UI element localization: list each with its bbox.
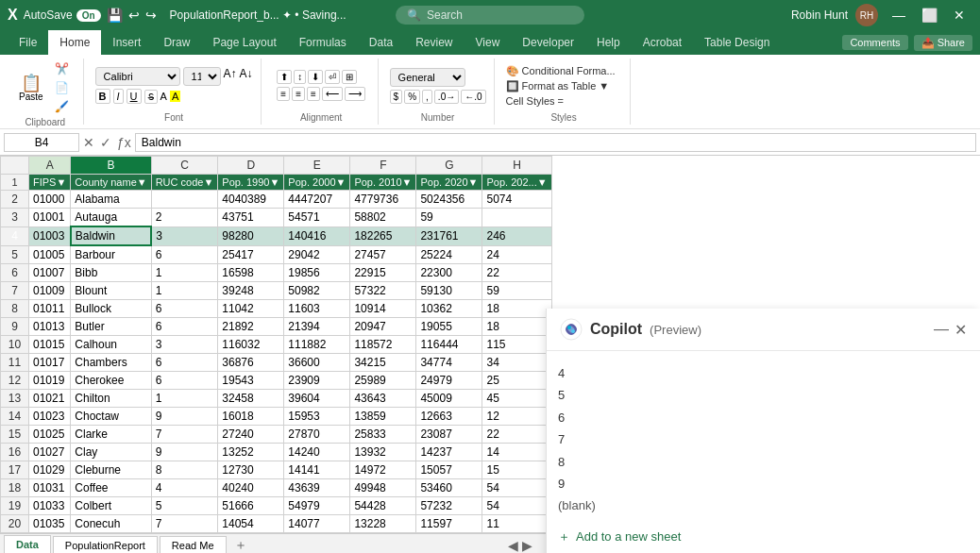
cell-C14[interactable]: 9 [151,408,218,426]
col-ruc-header[interactable]: RUC code▼ [151,175,218,191]
col-header-D[interactable]: D [218,157,284,175]
cell-D10[interactable]: 116032 [218,336,284,354]
cell-D13[interactable]: 32458 [218,390,284,408]
tab-file[interactable]: File [8,30,48,55]
cell-E21[interactable]: 11842 [284,533,350,534]
align-bottom-button[interactable]: ⬇ [308,70,323,84]
cell-G11[interactable]: 34774 [416,354,482,372]
copilot-minimize-button[interactable]: — [934,321,949,339]
format-painter-button[interactable]: 🖌️ [49,98,76,115]
cell-D11[interactable]: 36876 [218,354,284,372]
cell-E12[interactable]: 23909 [284,372,350,390]
cell-D9[interactable]: 21892 [218,318,284,336]
cell-C13[interactable]: 1 [151,390,218,408]
cell-D17[interactable]: 12730 [218,461,284,479]
font-family-select[interactable]: Calibri [95,67,180,86]
font-color-icon[interactable]: A [161,91,167,102]
cell-D19[interactable]: 51666 [218,497,284,515]
cell-B11[interactable]: Chambers [71,354,151,372]
cell-A19[interactable]: 01033 [29,497,71,515]
cell-D20[interactable]: 14054 [218,515,284,533]
cell-A20[interactable]: 01035 [29,515,71,533]
tab-draw[interactable]: Draw [152,30,201,55]
cell-C7[interactable]: 1 [151,282,218,300]
copy-button[interactable]: 📄 [49,79,76,96]
cell-H19[interactable]: 54 [482,497,551,515]
cell-F11[interactable]: 34215 [350,354,416,372]
cell-B14[interactable]: Choctaw [71,408,151,426]
cell-H14[interactable]: 12 [482,408,551,426]
indent-less-button[interactable]: ⟵ [322,87,343,101]
cell-H18[interactable]: 54 [482,479,551,497]
cell-H17[interactable]: 15 [482,461,551,479]
cell-H3[interactable] [482,209,551,227]
cell-A10[interactable]: 01015 [29,336,71,354]
cell-H21[interactable]: 10 [482,533,551,534]
cell-A6[interactable]: 01007 [29,264,71,282]
cell-B5[interactable]: Barbour [71,245,151,264]
cell-H5[interactable]: 24 [482,245,551,264]
close-button[interactable]: ✕ [946,2,972,28]
sheet-tab-population-report[interactable]: PopulationReport [53,536,158,553]
cell-H6[interactable]: 22 [482,264,551,282]
cut-button[interactable]: ✂️ [49,60,76,77]
confirm-formula-icon[interactable]: ✓ [100,135,111,150]
cell-G12[interactable]: 24979 [416,372,482,390]
cell-D16[interactable]: 13252 [218,444,284,461]
cell-B20[interactable]: Conecuh [71,515,151,533]
cell-E7[interactable]: 50982 [284,282,350,300]
cell-E15[interactable]: 27870 [284,426,350,444]
col-pop1990-header[interactable]: Pop. 1990▼ [218,175,284,191]
cell-G5[interactable]: 25224 [416,245,482,264]
cell-G17[interactable]: 15057 [416,461,482,479]
cell-H15[interactable]: 22 [482,426,551,444]
cell-F10[interactable]: 118572 [350,336,416,354]
cell-C3[interactable]: 2 [151,209,218,227]
col-header-G[interactable]: G [416,157,482,175]
cell-H20[interactable]: 11 [482,515,551,533]
col-pop2022-header[interactable]: Pop. 202...▼ [482,175,551,191]
cell-G13[interactable]: 45009 [416,390,482,408]
col-header-C[interactable]: C [151,157,218,175]
tab-page-layout[interactable]: Page Layout [201,30,287,55]
cell-A15[interactable]: 01025 [29,426,71,444]
cell-A2[interactable]: 01000 [29,191,71,209]
cell-B17[interactable]: Cleburne [71,461,151,479]
cell-H2[interactable]: 5074 [482,191,551,209]
cell-C21[interactable]: 8 [151,533,218,534]
decrease-decimal-button[interactable]: ←.0 [461,90,485,104]
cell-A21[interactable]: 01037 [29,533,71,534]
cell-G4[interactable]: 231761 [416,226,482,245]
cell-C18[interactable]: 4 [151,479,218,497]
cell-E20[interactable]: 14077 [284,515,350,533]
decrease-font-icon[interactable]: A↓ [240,67,253,86]
cell-A13[interactable]: 01021 [29,390,71,408]
cell-B12[interactable]: Cherokee [71,372,151,390]
cell-F5[interactable]: 27457 [350,245,416,264]
cell-H4[interactable]: 246 [482,226,551,245]
cell-B9[interactable]: Butler [71,318,151,336]
cell-A17[interactable]: 01029 [29,461,71,479]
cell-D21[interactable]: 11063 [218,533,284,534]
cell-H8[interactable]: 18 [482,300,551,318]
cell-E16[interactable]: 14240 [284,444,350,461]
cell-G19[interactable]: 57232 [416,497,482,515]
cell-E2[interactable]: 4447207 [284,191,350,209]
cell-C17[interactable]: 8 [151,461,218,479]
align-center-button[interactable]: ≡ [292,87,305,101]
cell-D5[interactable]: 25417 [218,245,284,264]
cell-A5[interactable]: 01005 [29,245,71,264]
cell-A16[interactable]: 01027 [29,444,71,461]
insert-function-icon[interactable]: ƒx [117,135,131,150]
cell-reference-input[interactable] [4,133,79,152]
cell-D18[interactable]: 40240 [218,479,284,497]
col-county-header[interactable]: County name▼ [71,175,151,191]
cell-A11[interactable]: 01017 [29,354,71,372]
cell-C10[interactable]: 3 [151,336,218,354]
cell-E8[interactable]: 11603 [284,300,350,318]
conditional-formatting-button[interactable]: 🎨 Conditional Forma... [506,65,622,77]
cell-A8[interactable]: 01011 [29,300,71,318]
cell-D8[interactable]: 11042 [218,300,284,318]
cell-G21[interactable]: 10382 [416,533,482,534]
col-header-H[interactable]: H [482,157,551,175]
